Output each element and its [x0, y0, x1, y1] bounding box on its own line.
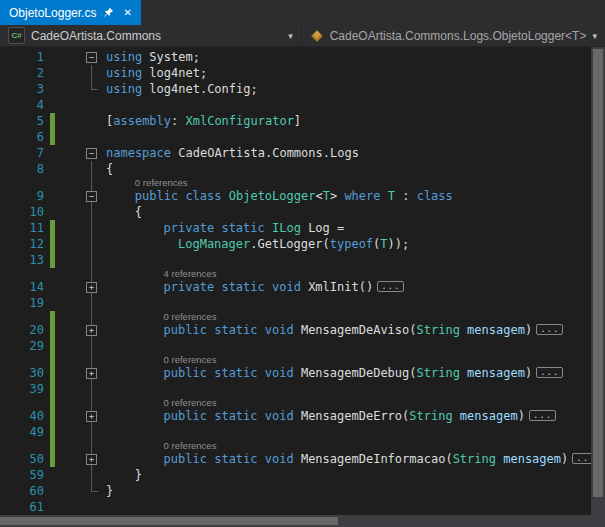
code-line[interactable]: 12LogManager.GetLogger(typeof(T));: [0, 236, 591, 252]
code-line[interactable]: 19: [0, 295, 591, 311]
breakpoint-margin[interactable]: [0, 81, 18, 97]
codelens-references[interactable]: 0 references: [102, 311, 591, 322]
code-line[interactable]: 4: [0, 97, 591, 113]
tab-objetologger[interactable]: ObjetoLogger.cs ✕: [0, 0, 141, 25]
code-line[interactable]: 50+0 referencespublic static void Mensag…: [0, 440, 591, 467]
code-line[interactable]: 49: [0, 424, 591, 440]
collapsed-region-indicator[interactable]: ...: [377, 281, 404, 292]
line-number[interactable]: 12: [18, 236, 48, 252]
code-line[interactable]: 7−namespace CadeOArtista.Commons.Logs: [0, 145, 591, 161]
line-number[interactable]: 2: [18, 65, 48, 81]
pin-icon[interactable]: [103, 7, 114, 18]
line-number[interactable]: 6: [18, 129, 48, 145]
breakpoint-margin[interactable]: [0, 338, 18, 354]
line-number[interactable]: 20: [18, 322, 48, 338]
collapsed-region-indicator[interactable]: ...: [529, 410, 556, 421]
line-number[interactable]: 11: [18, 220, 48, 236]
line-number[interactable]: 4: [18, 97, 48, 113]
line-number[interactable]: 7: [18, 145, 48, 161]
code-line[interactable]: 2using log4net;: [0, 65, 591, 81]
codelens-references[interactable]: 0 references: [102, 354, 591, 365]
breakpoint-margin[interactable]: [0, 499, 18, 515]
line-number[interactable]: 40: [18, 408, 48, 424]
collapsed-region-indicator[interactable]: ...: [536, 367, 563, 378]
code-line[interactable]: 40+0 referencespublic static void Mensag…: [0, 397, 591, 424]
breakpoint-margin[interactable]: [0, 49, 18, 65]
collapse-toggle-icon[interactable]: −: [86, 148, 97, 159]
breakpoint-margin[interactable]: [0, 129, 18, 145]
code-line[interactable]: 9−0 referencespublic class ObjetoLogger<…: [0, 177, 591, 204]
codelens-references[interactable]: 0 references: [102, 177, 591, 188]
codelens-references[interactable]: 0 references: [102, 397, 591, 408]
breakpoint-margin[interactable]: [0, 97, 18, 113]
vertical-scrollbar-thumb[interactable]: [593, 49, 603, 497]
line-number[interactable]: 13: [18, 252, 48, 268]
codelens-references[interactable]: 0 references: [102, 440, 591, 451]
code-line[interactable]: 30+0 referencespublic static void Mensag…: [0, 354, 591, 381]
collapsed-region-indicator[interactable]: ...: [572, 453, 591, 464]
line-number[interactable]: 50: [18, 451, 48, 467]
line-number[interactable]: 30: [18, 365, 48, 381]
breakpoint-margin[interactable]: [0, 424, 18, 440]
line-number[interactable]: 39: [18, 381, 48, 397]
code-line[interactable]: 29: [0, 338, 591, 354]
breakpoint-margin[interactable]: [0, 65, 18, 81]
collapse-toggle-icon[interactable]: −: [86, 52, 97, 63]
breakpoint-margin[interactable]: [0, 161, 18, 177]
breakpoint-margin[interactable]: [0, 483, 18, 499]
line-number[interactable]: 61: [18, 499, 48, 515]
collapsed-region-indicator[interactable]: ...: [536, 324, 563, 335]
expand-toggle-icon[interactable]: +: [86, 368, 97, 379]
breakpoint-margin[interactable]: [0, 177, 18, 204]
horizontal-scrollbar[interactable]: [0, 515, 605, 527]
code-line[interactable]: 61: [0, 499, 591, 515]
breakpoint-margin[interactable]: [0, 236, 18, 252]
line-number[interactable]: 1: [18, 49, 48, 65]
code-line[interactable]: 59}: [0, 467, 591, 483]
line-number[interactable]: 59: [18, 467, 48, 483]
breakpoint-margin[interactable]: [0, 252, 18, 268]
breakpoint-margin[interactable]: [0, 204, 18, 220]
code-line[interactable]: 11private static ILog Log =: [0, 220, 591, 236]
line-number[interactable]: 14: [18, 279, 48, 295]
line-number[interactable]: 29: [18, 338, 48, 354]
line-number[interactable]: 5: [18, 113, 48, 129]
expand-toggle-icon[interactable]: +: [86, 411, 97, 422]
line-number[interactable]: 49: [18, 424, 48, 440]
breakpoint-margin[interactable]: [0, 381, 18, 397]
line-number[interactable]: 8: [18, 161, 48, 177]
breakpoint-margin[interactable]: [0, 113, 18, 129]
code-line[interactable]: 8{: [0, 161, 591, 177]
code-line[interactable]: 60}: [0, 483, 591, 499]
code-line[interactable]: 14+4 referencesprivate static void XmlIn…: [0, 268, 591, 295]
expand-toggle-icon[interactable]: +: [86, 454, 97, 465]
collapse-toggle-icon[interactable]: −: [86, 191, 97, 202]
close-icon[interactable]: ✕: [121, 7, 133, 19]
code-line[interactable]: 1−using System;: [0, 49, 591, 65]
member-dropdown[interactable]: CadeOArtista.Commons.Logs.ObjetoLogger<T…: [302, 25, 605, 46]
breakpoint-margin[interactable]: [0, 220, 18, 236]
breakpoint-margin[interactable]: [0, 311, 18, 338]
expand-toggle-icon[interactable]: +: [86, 282, 97, 293]
code-line[interactable]: 5[assembly: XmlConfigurator]: [0, 113, 591, 129]
vertical-scrollbar[interactable]: [591, 47, 605, 515]
line-number[interactable]: 19: [18, 295, 48, 311]
code-line[interactable]: 39: [0, 381, 591, 397]
code-line[interactable]: 6: [0, 129, 591, 145]
breakpoint-margin[interactable]: [0, 354, 18, 381]
breakpoint-margin[interactable]: [0, 145, 18, 161]
breakpoint-margin[interactable]: [0, 467, 18, 483]
breakpoint-margin[interactable]: [0, 268, 18, 295]
code-line[interactable]: 20+0 referencespublic static void Mensag…: [0, 311, 591, 338]
expand-toggle-icon[interactable]: +: [86, 325, 97, 336]
code-line[interactable]: 13: [0, 252, 591, 268]
line-number[interactable]: 10: [18, 204, 48, 220]
code-line[interactable]: 3using log4net.Config;: [0, 81, 591, 97]
project-dropdown[interactable]: C# CadeOArtista.Commons ▾: [0, 25, 302, 46]
horizontal-scrollbar-thumb[interactable]: [0, 517, 338, 525]
breakpoint-margin[interactable]: [0, 397, 18, 424]
line-number[interactable]: 9: [18, 188, 48, 204]
line-number[interactable]: 60: [18, 483, 48, 499]
breakpoint-margin[interactable]: [0, 440, 18, 467]
codelens-references[interactable]: 4 references: [102, 268, 591, 279]
